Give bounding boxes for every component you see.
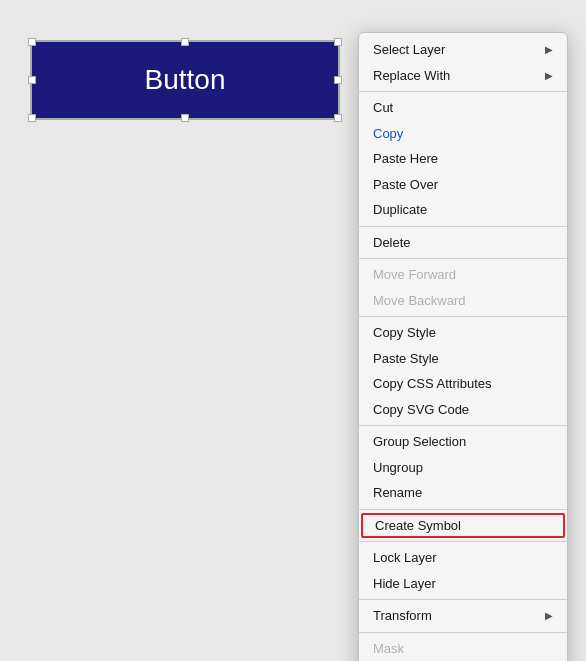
separator-separator7 (359, 541, 567, 542)
separator-separator1 (359, 91, 567, 92)
menu-item-replace-with[interactable]: Replace With▶ (359, 63, 567, 89)
handle-bm (181, 114, 189, 122)
menu-item-paste-style[interactable]: Paste Style (359, 346, 567, 372)
separator-separator5 (359, 425, 567, 426)
handle-tm (181, 38, 189, 46)
separator-separator8 (359, 599, 567, 600)
menu-item-label-cut: Cut (373, 98, 393, 118)
menu-item-label-rename: Rename (373, 483, 422, 503)
separator-separator6 (359, 509, 567, 510)
menu-item-paste-over[interactable]: Paste Over (359, 172, 567, 198)
menu-item-copy-svg-code[interactable]: Copy SVG Code (359, 397, 567, 423)
menu-item-hide-layer[interactable]: Hide Layer (359, 571, 567, 597)
menu-item-create-symbol[interactable]: Create Symbol (361, 513, 565, 539)
menu-item-label-move-backward: Move Backward (373, 291, 465, 311)
menu-item-mask: Mask (359, 636, 567, 662)
button-element[interactable]: Button (30, 40, 340, 120)
menu-item-transform[interactable]: Transform▶ (359, 603, 567, 629)
menu-arrow-replace-with: ▶ (545, 68, 553, 83)
menu-item-label-move-forward: Move Forward (373, 265, 456, 285)
handle-bl (28, 114, 36, 122)
menu-item-label-delete: Delete (373, 233, 411, 253)
menu-item-duplicate[interactable]: Duplicate (359, 197, 567, 223)
menu-item-label-paste-here: Paste Here (373, 149, 438, 169)
menu-item-label-copy-svg-code: Copy SVG Code (373, 400, 469, 420)
handle-mr (334, 76, 342, 84)
menu-item-group-selection[interactable]: Group Selection (359, 429, 567, 455)
menu-item-label-group-selection: Group Selection (373, 432, 466, 452)
menu-item-select-layer[interactable]: Select Layer▶ (359, 37, 567, 63)
menu-item-label-select-layer: Select Layer (373, 40, 445, 60)
canvas-area: Button Select Layer▶Replace With▶CutCopy… (0, 0, 586, 661)
menu-arrow-select-layer: ▶ (545, 42, 553, 57)
menu-arrow-transform: ▶ (545, 608, 553, 623)
menu-item-move-forward: Move Forward (359, 262, 567, 288)
handle-br (334, 114, 342, 122)
separator-separator9 (359, 632, 567, 633)
menu-item-rename[interactable]: Rename (359, 480, 567, 506)
menu-item-label-paste-over: Paste Over (373, 175, 438, 195)
menu-item-label-copy-style: Copy Style (373, 323, 436, 343)
menu-item-label-lock-layer: Lock Layer (373, 548, 437, 568)
menu-item-copy-style[interactable]: Copy Style (359, 320, 567, 346)
menu-item-delete[interactable]: Delete (359, 230, 567, 256)
handle-tl (28, 38, 36, 46)
menu-item-label-duplicate: Duplicate (373, 200, 427, 220)
menu-item-label-paste-style: Paste Style (373, 349, 439, 369)
handle-ml (28, 76, 36, 84)
menu-item-copy-css-attributes[interactable]: Copy CSS Attributes (359, 371, 567, 397)
button-label: Button (145, 64, 226, 96)
menu-item-label-transform: Transform (373, 606, 432, 626)
menu-item-paste-here[interactable]: Paste Here (359, 146, 567, 172)
separator-separator3 (359, 258, 567, 259)
menu-item-label-mask: Mask (373, 639, 404, 659)
menu-item-label-copy-css-attributes: Copy CSS Attributes (373, 374, 492, 394)
separator-separator2 (359, 226, 567, 227)
handle-tr (334, 38, 342, 46)
menu-item-label-hide-layer: Hide Layer (373, 574, 436, 594)
menu-item-copy[interactable]: Copy (359, 121, 567, 147)
menu-item-ungroup[interactable]: Ungroup (359, 455, 567, 481)
context-menu: Select Layer▶Replace With▶CutCopyPaste H… (358, 32, 568, 661)
menu-item-cut[interactable]: Cut (359, 95, 567, 121)
menu-item-move-backward: Move Backward (359, 288, 567, 314)
menu-item-label-copy: Copy (373, 124, 403, 144)
menu-item-lock-layer[interactable]: Lock Layer (359, 545, 567, 571)
menu-item-label-ungroup: Ungroup (373, 458, 423, 478)
separator-separator4 (359, 316, 567, 317)
menu-item-label-replace-with: Replace With (373, 66, 450, 86)
